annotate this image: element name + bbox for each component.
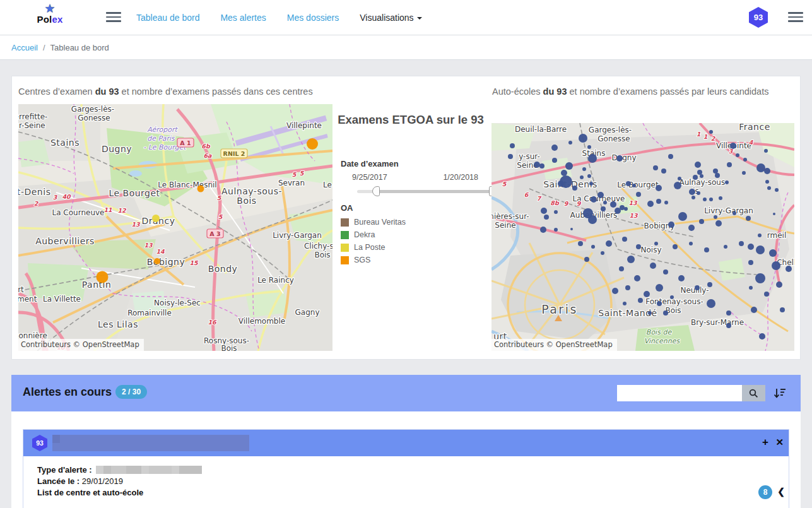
sort-button[interactable]: [773, 386, 787, 400]
map-dot[interactable]: [554, 210, 558, 214]
date-range-slider[interactable]: [357, 190, 495, 193]
map-dot[interactable]: [619, 266, 624, 271]
map-dot[interactable]: [570, 228, 573, 230]
map-dot[interactable]: [597, 192, 604, 198]
map-dot[interactable]: [703, 198, 707, 201]
map-dot[interactable]: [656, 284, 663, 292]
map-dot[interactable]: [755, 273, 765, 283]
map-dot[interactable]: [561, 170, 567, 176]
map-dot[interactable]: [668, 154, 673, 159]
map-dot[interactable]: [664, 201, 668, 204]
map-dot[interactable]: [769, 249, 777, 257]
map-dot[interactable]: [624, 207, 628, 211]
map-dot[interactable]: [748, 244, 754, 250]
map-dot[interactable]: [578, 241, 583, 246]
map-dot[interactable]: [622, 237, 627, 242]
map-dot[interactable]: [644, 291, 650, 297]
map-dot[interactable]: [657, 301, 662, 306]
map-dot[interactable]: [697, 170, 702, 175]
app-logo[interactable]: ★ Polex: [35, 3, 65, 25]
map-dot[interactable]: [541, 208, 547, 214]
menu-toggle-icon[interactable]: [106, 12, 121, 23]
map-dot[interactable]: [700, 174, 703, 178]
map-dot[interactable]: [704, 247, 709, 252]
map-dot[interactable]: [654, 242, 658, 245]
map-dot[interactable]: [742, 171, 746, 175]
map-dot[interactable]: [510, 143, 515, 148]
map-dot[interactable]: [748, 260, 753, 265]
map-dot[interactable]: [656, 185, 662, 191]
map-dot[interactable]: [663, 310, 668, 316]
map-dot[interactable]: [776, 281, 782, 288]
map-dot[interactable]: [688, 225, 695, 231]
department-badge[interactable]: 93: [749, 7, 768, 28]
map-dot[interactable]: [632, 184, 636, 187]
legend-item[interactable]: Dekra: [341, 228, 406, 241]
map-dot[interactable]: [743, 158, 747, 162]
map-dot[interactable]: [678, 212, 687, 221]
breadcrumb-home[interactable]: Accueil: [11, 43, 38, 52]
map-dot[interactable]: [670, 295, 674, 299]
map-dot[interactable]: [591, 196, 597, 203]
map-dot[interactable]: [736, 153, 739, 157]
map-dot[interactable]: [572, 186, 577, 191]
map-dot[interactable]: [588, 154, 597, 163]
map-dot[interactable]: [579, 134, 587, 143]
map-dot[interactable]: [715, 173, 720, 178]
map-dot[interactable]: [552, 158, 557, 163]
map-dot[interactable]: [648, 311, 652, 315]
map-dot[interactable]: [591, 245, 595, 249]
map-dot[interactable]: [587, 145, 591, 149]
map-dot[interactable]: [699, 219, 704, 224]
map-dot[interactable]: [759, 333, 765, 340]
search-button[interactable]: [742, 385, 765, 401]
map-dot[interactable]: [615, 208, 621, 214]
map-dot[interactable]: [623, 302, 627, 305]
map-dot[interactable]: [689, 189, 695, 195]
map-dot[interactable]: [152, 215, 160, 222]
map-dot[interactable]: [775, 188, 779, 192]
user-menu-icon[interactable]: [788, 12, 803, 23]
map-dot[interactable]: [780, 307, 785, 312]
map-dot[interactable]: [534, 162, 540, 168]
map-dot[interactable]: [674, 182, 681, 189]
nav-mes-dossiers[interactable]: Mes dossiers: [287, 13, 339, 23]
map-dot[interactable]: [707, 282, 712, 287]
map-dot[interactable]: [727, 162, 732, 167]
map-dot[interactable]: [540, 227, 546, 233]
map-dot[interactable]: [724, 245, 727, 249]
map-dot[interactable]: [551, 145, 558, 151]
nav-tableau-de-bord[interactable]: Tableau de bord: [136, 13, 199, 23]
map-dot[interactable]: [539, 163, 544, 168]
map-dot[interactable]: [773, 213, 775, 215]
map-dot[interactable]: [751, 307, 757, 313]
map-dot[interactable]: [673, 244, 678, 249]
map-dot[interactable]: [606, 240, 612, 247]
map-dot[interactable]: [565, 162, 573, 170]
map-dot[interactable]: [307, 138, 318, 150]
map-dot[interactable]: [715, 220, 722, 227]
map-dot[interactable]: [97, 271, 109, 283]
map-dot[interactable]: [772, 261, 780, 270]
map-dot[interactable]: [786, 266, 792, 272]
map-dot[interactable]: [580, 175, 584, 179]
search-input[interactable]: [617, 385, 742, 401]
map-dot[interactable]: [589, 182, 593, 186]
map-dot[interactable]: [636, 244, 641, 249]
map-dot[interactable]: [756, 245, 765, 254]
map-dot[interactable]: [746, 216, 751, 221]
map-dot[interactable]: [601, 206, 606, 211]
map-dot[interactable]: [713, 168, 718, 174]
map-dot[interactable]: [663, 269, 668, 275]
map-dot[interactable]: [726, 310, 731, 316]
map-dot[interactable]: [568, 141, 572, 145]
map-dot[interactable]: [558, 180, 564, 187]
map-dot[interactable]: [758, 233, 762, 237]
map-dot[interactable]: [626, 181, 631, 186]
map-dot[interactable]: [627, 256, 635, 263]
map-dot[interactable]: [767, 186, 771, 190]
exam-centers-map[interactable]: Garges-lès-Gonesseerrefitte-ur-SeineStai…: [18, 104, 332, 351]
map-dot[interactable]: [678, 177, 681, 180]
map-dot[interactable]: [661, 168, 666, 174]
map-dot[interactable]: [764, 149, 768, 153]
